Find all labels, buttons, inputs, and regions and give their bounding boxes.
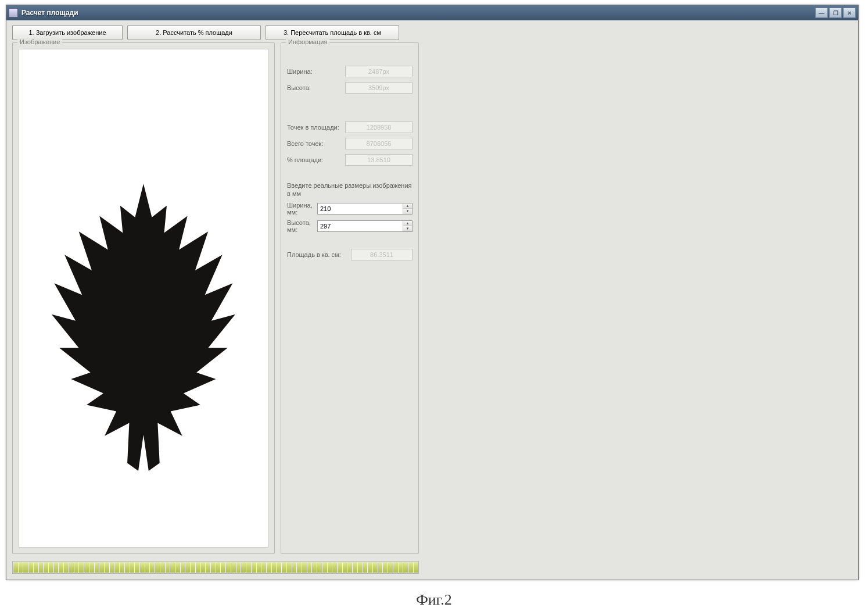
window-controls: — ❐ ✕ (815, 8, 856, 18)
row-area: Площадь в кв. см: 86.3511 (287, 248, 413, 261)
row-height-mm: Высота, мм: ▲ ▼ (287, 219, 413, 233)
width-mm-input[interactable] (318, 203, 403, 214)
close-button[interactable]: ✕ (843, 8, 856, 18)
row-percent: % площади: 13.8510 (287, 153, 413, 166)
height-label: Высота: (287, 84, 345, 91)
height-mm-input[interactable] (318, 221, 403, 231)
width-mm-up-button[interactable]: ▲ (403, 203, 412, 209)
points-in-area-label: Точек в площади: (287, 124, 345, 131)
app-window: Расчет площади — ❐ ✕ 1. Загрузить изобра… (6, 5, 859, 580)
width-value: 2487px (345, 66, 413, 77)
percent-value: 13.8510 (345, 154, 413, 166)
height-value: 3509px (345, 82, 413, 94)
total-points-value: 8706056 (345, 138, 413, 149)
figure-caption: Фиг.2 (0, 591, 868, 609)
maximize-button[interactable]: ❐ (829, 8, 842, 18)
titlebar[interactable]: Расчет площади — ❐ ✕ (6, 5, 858, 20)
height-mm-up-button[interactable]: ▲ (403, 221, 412, 227)
row-width: Ширина: 2487px (287, 65, 413, 78)
toolbar: 1. Загрузить изображение 2. Рассчитать %… (12, 25, 852, 40)
height-mm-down-button[interactable]: ▼ (403, 226, 412, 231)
row-total-points: Всего точек: 8706056 (287, 137, 413, 150)
area-label: Площадь в кв. см: (287, 251, 351, 258)
width-mm-label: Ширина, мм: (287, 202, 317, 216)
height-mm-label: Высота, мм: (287, 219, 317, 233)
width-mm-down-button[interactable]: ▼ (403, 209, 412, 214)
real-size-section-label: Введите реальные размеры изображения в м… (287, 181, 413, 198)
area-value: 86.3511 (351, 249, 413, 260)
calc-percent-button[interactable]: 2. Рассчитать % площади (127, 25, 261, 40)
image-canvas (19, 49, 268, 548)
width-label: Ширина: (287, 68, 345, 75)
image-panel-title: Изображение (17, 38, 62, 45)
percent-label: % площади: (287, 156, 345, 163)
width-mm-spinner[interactable]: ▲ ▼ (317, 203, 413, 215)
height-mm-spinner[interactable]: ▲ ▼ (317, 220, 413, 232)
window-title: Расчет площади (21, 9, 815, 17)
total-points-label: Всего точек: (287, 140, 345, 147)
info-panel: Информация Ширина: 2487px Высота: 3509px… (281, 42, 419, 554)
minimize-button[interactable]: — (815, 8, 828, 18)
image-panel: Изображение (12, 42, 275, 554)
row-height: Высота: 3509px (287, 81, 413, 94)
row-points-in-area: Точек в площади: 1208958 (287, 121, 413, 134)
leaf-image (46, 178, 241, 476)
row-width-mm: Ширина, мм: ▲ ▼ (287, 202, 413, 216)
app-icon (9, 8, 18, 17)
points-in-area-value: 1208958 (345, 122, 413, 133)
info-panel-title: Информация (286, 38, 329, 45)
progress-bar (12, 561, 419, 574)
client-area: 1. Загрузить изображение 2. Рассчитать %… (6, 20, 858, 580)
